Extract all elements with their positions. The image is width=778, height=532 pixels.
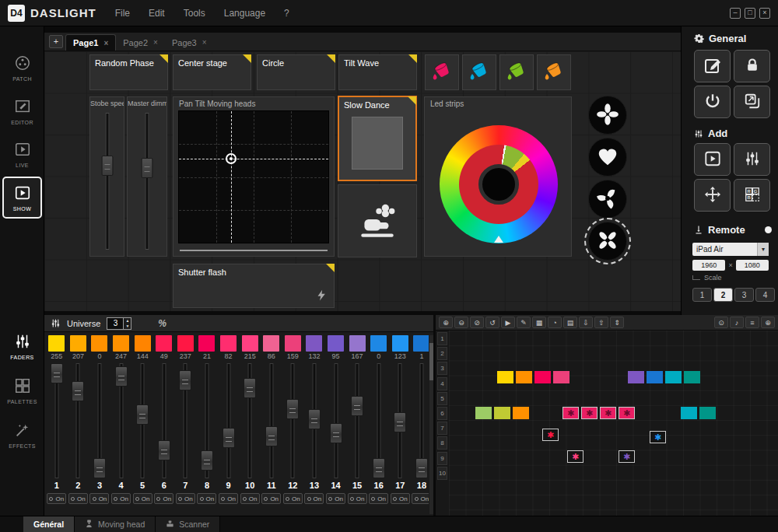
- fader-handle[interactable]: [93, 458, 106, 478]
- grid-icon[interactable]: ▦: [532, 317, 546, 328]
- grid-cell[interactable]: [553, 371, 569, 383]
- fader[interactable]: [196, 362, 218, 480]
- flower-button[interactable]: [588, 96, 627, 135]
- add-pad-button[interactable]: [694, 179, 731, 212]
- tab-close-icon[interactable]: ×: [153, 38, 158, 47]
- grid-cell[interactable]: ✱: [619, 407, 635, 419]
- add-fader-button[interactable]: [734, 143, 770, 176]
- channel-on-button[interactable]: On: [391, 493, 410, 504]
- audio-icon[interactable]: ♪: [730, 317, 744, 328]
- tab-page3[interactable]: Page3×: [165, 34, 214, 51]
- fader-handle[interactable]: [115, 366, 128, 387]
- fader-handle[interactable]: [394, 412, 406, 432]
- dmx-icon[interactable]: ⊕: [761, 317, 775, 328]
- fader-handle[interactable]: [201, 450, 213, 471]
- scene-slow-dance[interactable]: Slow Dance: [338, 96, 417, 181]
- sidebar-item-show[interactable]: SHOW: [2, 177, 42, 219]
- fader[interactable]: [368, 362, 390, 480]
- scale-button-1[interactable]: 1: [692, 288, 712, 302]
- sidebar-item-live[interactable]: LIVE: [2, 133, 42, 175]
- remote-height-input[interactable]: 1080: [736, 260, 769, 271]
- grid-cell[interactable]: [513, 407, 529, 419]
- grid-cell[interactable]: ✱: [567, 450, 584, 463]
- stepper-up-icon[interactable]: ▲: [124, 318, 131, 324]
- grid-cell[interactable]: ✱: [650, 431, 666, 443]
- pinwheel-button[interactable]: [588, 222, 627, 261]
- channel-on-button[interactable]: On: [304, 493, 324, 504]
- tab-close-icon[interactable]: ×: [103, 39, 108, 47]
- sidebar-item-palettes[interactable]: PALETTES: [2, 369, 42, 411]
- power-button[interactable]: [694, 86, 731, 118]
- screen-button[interactable]: [734, 86, 770, 118]
- channel-on-button[interactable]: On: [348, 493, 367, 504]
- menu-item-language[interactable]: Language: [224, 8, 265, 19]
- scene-circle[interactable]: Circle: [257, 54, 335, 90]
- timer-icon[interactable]: ◔: [548, 317, 562, 328]
- add-scene-button[interactable]: [694, 143, 731, 176]
- slider-handle[interactable]: [142, 158, 153, 178]
- turbine-button[interactable]: [588, 180, 627, 219]
- power-icon[interactable]: ⊙: [714, 317, 728, 328]
- channel-on-button[interactable]: On: [154, 493, 173, 504]
- move-up-icon[interactable]: ⇧: [594, 317, 608, 328]
- channel-on-button[interactable]: On: [412, 493, 429, 504]
- tab-close-icon[interactable]: ×: [202, 38, 207, 47]
- close-button[interactable]: ×: [759, 8, 770, 19]
- menu-item-file[interactable]: File: [115, 8, 130, 19]
- xy-pad-handle[interactable]: [226, 153, 237, 164]
- grid-cell[interactable]: [475, 407, 492, 419]
- fader-handle[interactable]: [308, 409, 321, 429]
- sort-icon[interactable]: ⇕: [610, 317, 624, 328]
- grid-cell[interactable]: [647, 371, 663, 383]
- green-bucket-button[interactable]: [499, 54, 534, 90]
- remote-width-input[interactable]: 1960: [692, 260, 725, 271]
- grid-cell[interactable]: ✱: [619, 450, 635, 463]
- channel-on-button[interactable]: On: [219, 493, 238, 504]
- fader[interactable]: [346, 362, 368, 480]
- add-page-button[interactable]: +: [49, 35, 63, 48]
- sidebar-item-faders[interactable]: FADERS: [2, 325, 42, 367]
- channel-on-button[interactable]: On: [68, 493, 88, 504]
- minimize-button[interactable]: –: [730, 8, 741, 19]
- fader[interactable]: [282, 362, 304, 480]
- scene-random-phase[interactable]: Random Phase: [89, 54, 168, 90]
- xy-pad-surface[interactable]: [178, 110, 329, 243]
- tab-page1[interactable]: Page1×: [65, 34, 116, 51]
- channel-on-button[interactable]: On: [111, 493, 131, 504]
- levels-icon[interactable]: ≡: [745, 317, 759, 328]
- channel-on-button[interactable]: On: [261, 493, 281, 504]
- percent-button[interactable]: %: [158, 318, 166, 329]
- fader[interactable]: [89, 362, 110, 480]
- zoom-off-icon[interactable]: ⊘: [470, 317, 484, 328]
- grid-cell[interactable]: ✱: [600, 407, 616, 419]
- fader-handle[interactable]: [415, 458, 428, 478]
- stepper-down-icon[interactable]: ▼: [124, 324, 131, 329]
- select-tool-icon[interactable]: ▶: [501, 317, 515, 328]
- grid-cell[interactable]: [494, 407, 510, 419]
- fader-handle[interactable]: [286, 399, 299, 419]
- fader[interactable]: [239, 362, 261, 480]
- fader[interactable]: [303, 362, 325, 480]
- channel-on-button[interactable]: On: [283, 493, 303, 504]
- scale-button-4[interactable]: 4: [755, 288, 775, 302]
- lock-button[interactable]: [734, 50, 770, 82]
- fader[interactable]: [218, 362, 240, 480]
- master-dimmer-slider[interactable]: Master dimmer: [127, 96, 167, 257]
- scrollbar-thumb[interactable]: [429, 343, 433, 380]
- channel-on-button[interactable]: On: [197, 493, 216, 504]
- grid-cell[interactable]: ✱: [542, 429, 559, 441]
- fader-handle[interactable]: [244, 378, 256, 398]
- channel-on-button[interactable]: On: [176, 493, 195, 504]
- grid-cell[interactable]: [497, 371, 513, 383]
- fader-handle[interactable]: [72, 381, 84, 401]
- zoom-in-icon[interactable]: ⊕: [439, 317, 453, 328]
- fader[interactable]: [131, 362, 153, 480]
- fader[interactable]: [390, 362, 412, 480]
- channel-on-button[interactable]: On: [133, 493, 152, 504]
- grid-cell[interactable]: [516, 371, 532, 383]
- grid-cell[interactable]: [681, 407, 697, 419]
- scene-shutter-flash[interactable]: Shutter flash: [173, 264, 335, 308]
- channel-on-button[interactable]: On: [369, 493, 388, 504]
- grid-cell[interactable]: [684, 371, 700, 383]
- grid-cell[interactable]: [534, 371, 551, 383]
